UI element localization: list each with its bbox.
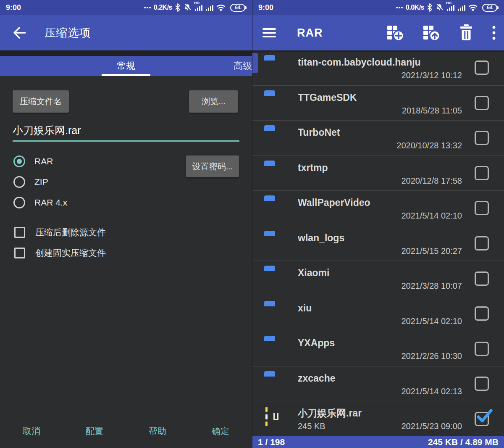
file-checkbox[interactable] [475, 236, 489, 250]
overflow-menu-button[interactable] [491, 25, 496, 41]
battery-icon: 64 [230, 4, 245, 12]
selection-size: 245 KB / 4.89 MB [428, 437, 499, 447]
file-row[interactable]: txrtmp 2020/12/8 17:58 [252, 155, 504, 191]
file-name: TurboNet [298, 126, 462, 139]
bluetooth-icon [175, 3, 181, 12]
app-bar: 压缩选项 [0, 15, 252, 50]
file-checkbox[interactable] [475, 131, 489, 145]
file-row[interactable]: TTGameSDK 2018/5/28 11:05 [252, 85, 504, 121]
mute-bell-icon [435, 3, 444, 12]
ok-button[interactable]: 确定 [189, 422, 252, 441]
file-checkbox[interactable] [475, 201, 489, 215]
archive-extract-icon [422, 23, 441, 42]
radio-format-rar4x[interactable]: RAR 4.x [13, 195, 67, 210]
selection-status-bar: 1 / 198 245 KB / 4.89 MB [252, 436, 504, 448]
file-name: YXApps [298, 337, 462, 349]
sim2-signal-icon [458, 4, 465, 11]
file-date: 2020/10/28 13:32 [396, 140, 462, 151]
file-date: 2020/12/8 17:58 [401, 175, 462, 186]
file-date: 2021/5/15 20:27 [401, 245, 462, 256]
file-date: 2021/5/14 02:13 [401, 386, 462, 397]
sim2-signal-icon [206, 4, 213, 11]
checkmark-icon [475, 407, 494, 426]
file-icon-slot [264, 331, 298, 366]
file-icon-slot [264, 121, 298, 155]
overflow-dots-icon [491, 25, 496, 41]
help-button[interactable]: 帮助 [126, 422, 189, 441]
tab-general[interactable]: 常规 [97, 56, 155, 76]
browse-button[interactable]: 浏览... [189, 90, 238, 113]
add-archive-button[interactable] [386, 23, 405, 42]
file-date: 2021/3/12 10:12 [401, 70, 462, 81]
status-bar: 9:00 0.0K/s HD 64 [252, 0, 504, 15]
file-browser-screen: 9:00 0.0K/s HD 64 RAR [252, 0, 504, 448]
archive-name-button[interactable]: 压缩文件名 [13, 90, 69, 113]
status-icons: 0.2K/s HD 64 [144, 3, 247, 12]
radio-icon [13, 176, 25, 188]
file-info: TTGameSDK 2018/5/28 11:05 [298, 86, 462, 121]
back-button[interactable] [9, 24, 26, 41]
dialog-actions: 取消 配置 帮助 确定 [0, 422, 252, 441]
file-row[interactable]: WallPaperVideo 2021/5/14 02:10 [252, 190, 504, 226]
file-row[interactable]: zxcache 2021/5/14 02:13 [252, 366, 504, 401]
file-date: 2018/5/28 11:05 [402, 105, 462, 116]
set-password-button[interactable]: 设置密码... [186, 155, 239, 177]
profiles-button[interactable]: 配置 [63, 422, 126, 441]
data-activity-icon [396, 7, 403, 8]
cancel-button[interactable]: 取消 [0, 422, 63, 441]
scrollbar-thumb[interactable] [252, 53, 258, 73]
wifi-icon [468, 4, 478, 11]
file-name: titan-com.babycloud.hanju [298, 56, 462, 69]
network-speed: 0.0K/s [406, 4, 424, 11]
file-info: zxcache 2021/5/14 02:13 [298, 366, 462, 401]
file-row[interactable]: YXApps 2021/2/26 10:30 [252, 331, 504, 366]
checkbox-solid-archive[interactable]: 创建固实压缩文件 [14, 246, 106, 260]
file-checkbox[interactable] [475, 61, 489, 75]
checkbox-delete-source[interactable]: 压缩后删除源文件 [14, 226, 106, 239]
radio-format-zip[interactable]: ZIP [13, 175, 48, 189]
file-name: xiu [298, 302, 462, 314]
file-checkbox[interactable] [475, 342, 489, 356]
bluetooth-icon [427, 3, 433, 12]
file-info: txrtmp 2020/12/8 17:58 [298, 156, 462, 191]
radio-format-rar[interactable]: RAR [13, 154, 53, 169]
file-checkbox[interactable] [475, 96, 489, 110]
back-arrow-icon [9, 24, 26, 41]
network-speed: 0.2K/s [154, 4, 172, 11]
input-underline [13, 140, 239, 142]
file-checkbox[interactable] [475, 412, 489, 426]
tab-bar: 常规 高级 [0, 56, 252, 76]
file-icon-slot [264, 296, 298, 331]
file-row[interactable]: xiu 2021/5/14 02:10 [252, 296, 504, 331]
clock: 9:00 [258, 3, 273, 12]
file-checkbox[interactable] [475, 166, 489, 180]
file-row[interactable]: 小刀娱乐网.rar 245 KB 2021/5/23 09:00 [252, 401, 504, 436]
file-icon-slot [264, 366, 298, 401]
extract-archive-button[interactable] [422, 23, 441, 42]
file-checkbox[interactable] [475, 306, 489, 321]
archive-name-input[interactable]: 小刀娱乐网.rar [13, 124, 239, 137]
file-checkbox[interactable] [475, 377, 489, 391]
hamburger-icon [262, 27, 277, 39]
compression-options-screen: 9:00 0.2K/s HD 64 压缩选项 常规 高级 压缩文件名 [0, 0, 252, 448]
radio-icon [13, 197, 25, 208]
file-date: 2021/5/14 02:10 [401, 316, 462, 327]
file-name: 小刀娱乐网.rar [298, 407, 462, 419]
file-row[interactable]: titan-com.babycloud.hanju 2021/3/12 10:1… [252, 50, 504, 85]
file-icon-slot [264, 261, 298, 296]
file-size: 245 KB [298, 421, 326, 432]
file-row[interactable]: TurboNet 2020/10/28 13:32 [252, 120, 504, 155]
file-info: TurboNet 2020/10/28 13:32 [298, 121, 462, 155]
file-row[interactable]: wlan_logs 2021/5/15 20:27 [252, 226, 504, 261]
mute-bell-icon [183, 3, 192, 12]
tab-advanced[interactable]: 高级 [234, 56, 252, 76]
menu-button[interactable] [262, 27, 277, 39]
file-list: titan-com.babycloud.hanju 2021/3/12 10:1… [252, 50, 504, 436]
delete-button[interactable] [458, 24, 475, 42]
file-row[interactable]: Xiaomi 2021/3/28 10:07 [252, 261, 504, 296]
file-date: 2021/3/28 10:07 [401, 280, 462, 291]
active-tab-indicator [102, 74, 150, 76]
file-icon-slot [264, 50, 298, 85]
file-checkbox[interactable] [475, 271, 489, 286]
file-date: 2021/2/26 10:30 [401, 350, 462, 361]
